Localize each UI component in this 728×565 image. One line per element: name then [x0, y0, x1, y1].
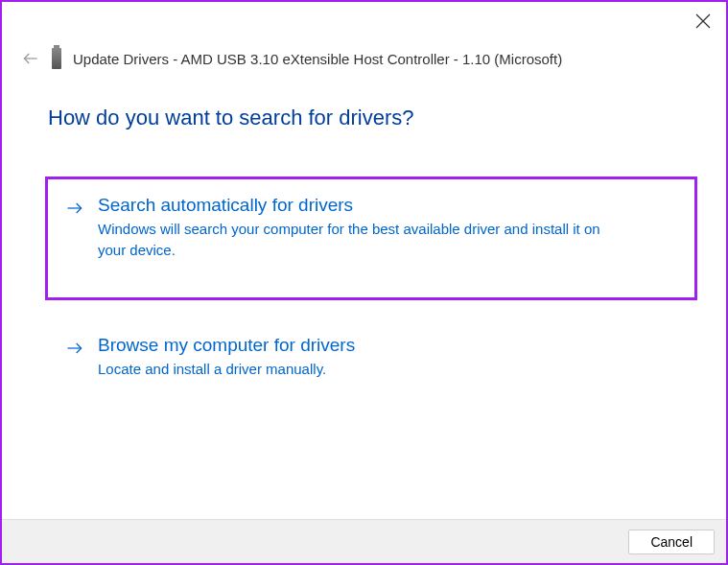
- option-title: Browse my computer for drivers: [98, 335, 663, 356]
- close-icon: [695, 13, 711, 29]
- option-search-automatically[interactable]: Search automatically for drivers Windows…: [45, 177, 697, 300]
- header-row: Update Drivers - AMD USB 3.10 eXtensible…: [21, 48, 562, 69]
- dialog-title: Update Drivers - AMD USB 3.10 eXtensible…: [73, 51, 562, 67]
- option-browse-computer[interactable]: Browse my computer for drivers Locate an…: [48, 319, 680, 399]
- arrow-right-icon: [65, 199, 84, 218]
- option-title: Search automatically for drivers: [98, 195, 677, 216]
- cancel-button[interactable]: Cancel: [628, 530, 715, 554]
- device-icon: [52, 48, 61, 69]
- option-description: Locate and install a driver manually.: [98, 359, 616, 380]
- main-heading: How do you want to search for drivers?: [48, 106, 680, 130]
- arrow-right-icon: [65, 339, 84, 358]
- back-button: [21, 49, 40, 68]
- dialog-window: Update Drivers - AMD USB 3.10 eXtensible…: [0, 0, 728, 565]
- back-arrow-icon: [21, 49, 40, 68]
- footer-bar: Cancel: [2, 519, 726, 563]
- content-area: How do you want to search for drivers? S…: [48, 106, 680, 417]
- close-button[interactable]: [695, 13, 711, 29]
- option-description: Windows will search your computer for th…: [98, 219, 616, 261]
